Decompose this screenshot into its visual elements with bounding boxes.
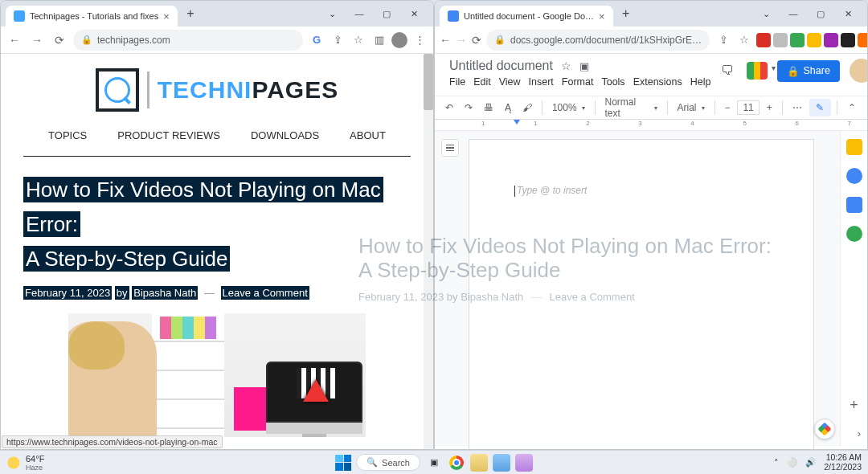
volume-icon[interactable]: 🔊 (805, 457, 816, 468)
maps-icon[interactable] (846, 226, 862, 242)
keep-icon[interactable] (846, 139, 862, 155)
menu-format[interactable]: Format (562, 76, 594, 88)
share-icon[interactable]: ⇪ (329, 31, 346, 49)
document-title[interactable]: Untitled document (449, 59, 553, 73)
nav-product-reviews[interactable]: PRODUCT REVIEWS (117, 129, 220, 141)
minimize-icon[interactable]: ― (785, 9, 801, 19)
clock[interactable]: 10:26 AM 2/12/2023 (824, 453, 862, 472)
share-url-icon[interactable]: ⇪ (714, 31, 732, 49)
site-logo[interactable]: TECHNIPAGES (96, 68, 338, 112)
menu-view[interactable]: View (499, 76, 521, 88)
nav-topics[interactable]: TOPICS (48, 129, 87, 141)
paragraph-style-select[interactable]: Normal text (601, 95, 661, 121)
back-icon[interactable]: ← (440, 31, 451, 49)
editing-mode-button[interactable]: ✎ (809, 99, 831, 116)
extension-icon[interactable] (790, 33, 805, 47)
system-tray[interactable]: ˄ ⚪ 🔊 10:26 AM 2/12/2023 (774, 453, 862, 472)
undo-icon[interactable]: ↶ (441, 100, 457, 115)
browser-tab[interactable]: Technipages - Tutorials and fixes × (6, 6, 178, 27)
forward-icon[interactable]: → (28, 31, 46, 49)
tab-close-icon[interactable]: × (599, 10, 605, 22)
url-input[interactable]: 🔒 docs.google.com/document/d/1kSHxipGrE… (486, 30, 710, 51)
close-icon[interactable]: ✕ (406, 9, 422, 19)
extension-icon[interactable] (807, 33, 821, 47)
pinned-app-icon[interactable] (470, 454, 488, 472)
extension-icon[interactable] (773, 33, 788, 47)
close-icon[interactable]: ✕ (840, 9, 856, 19)
wifi-icon[interactable]: ⚪ (787, 457, 797, 468)
profile-avatar[interactable] (391, 32, 407, 48)
kebab-icon[interactable]: ⋮ (411, 31, 428, 49)
paint-format-icon[interactable]: 🖌 (518, 100, 536, 115)
start-button[interactable] (335, 455, 351, 471)
pinned-app-icon[interactable] (493, 454, 510, 472)
zoom-select[interactable]: 100% (548, 100, 589, 115)
scrollbar[interactable] (424, 54, 433, 449)
extension-icon[interactable] (824, 33, 838, 47)
new-tab-button[interactable]: + (616, 4, 636, 23)
show-outline-button[interactable] (441, 139, 459, 157)
maximize-icon[interactable]: ▢ (379, 9, 395, 19)
star-icon[interactable]: ☆ (561, 59, 571, 72)
leave-comment-link[interactable]: Leave a Comment (221, 286, 309, 300)
url-input[interactable]: 🔒 technipages.com (73, 30, 303, 51)
nav-about[interactable]: ABOUT (350, 129, 386, 141)
tasks-icon[interactable] (846, 168, 862, 184)
reload-icon[interactable]: ⟳ (51, 31, 68, 49)
weather-widget[interactable]: 64°F Haze (6, 454, 44, 472)
menu-help[interactable]: Help (690, 76, 711, 88)
collapse-toolbar-icon[interactable]: ⌃ (843, 102, 861, 113)
chrome-taskbar-icon[interactable] (448, 454, 465, 472)
document-page[interactable]: Type @ to insert (469, 139, 814, 450)
move-icon[interactable]: ▣ (579, 60, 589, 72)
menu-edit[interactable]: Edit (473, 76, 491, 88)
hide-side-panel-icon[interactable]: › (858, 427, 861, 439)
font-size-increase[interactable]: + (763, 100, 776, 115)
insert-placeholder[interactable]: Type @ to insert (514, 185, 587, 197)
side-panel-icon[interactable]: ▥ (371, 31, 388, 49)
spellcheck-icon[interactable]: Ą (501, 100, 515, 115)
titlebar[interactable]: Technipages - Tutorials and fixes × + ⌄ … (1, 1, 433, 27)
horizontal-ruler[interactable]: 1 1 2 3 4 5 6 7 (435, 120, 867, 131)
titlebar[interactable]: Untitled document - Google Do… × + ⌄ ― ▢… (435, 1, 867, 27)
comment-history-icon[interactable]: 🗨 (718, 61, 737, 80)
dropdown-icon[interactable]: ⌄ (324, 9, 340, 19)
menu-tools[interactable]: Tools (601, 76, 624, 88)
indent-marker-icon[interactable] (514, 120, 520, 125)
task-view-icon[interactable]: ▣ (425, 454, 443, 472)
tab-close-icon[interactable]: × (163, 10, 170, 22)
pinned-app-icon[interactable] (515, 454, 533, 472)
extension-icon[interactable] (756, 33, 771, 47)
nav-downloads[interactable]: DOWNLOADS (251, 129, 319, 141)
more-tools-icon[interactable]: ⋯ (788, 100, 806, 115)
account-avatar[interactable] (850, 59, 868, 83)
taskbar-search[interactable]: 🔍 Search (356, 454, 420, 471)
redo-icon[interactable]: ↷ (461, 100, 477, 115)
maximize-icon[interactable]: ▢ (813, 9, 829, 19)
windows-taskbar[interactable]: 64°F Haze 🔍 Search ▣ ˄ ⚪ 🔊 10:26 AM 2/12… (0, 450, 868, 474)
author-link[interactable]: Bipasha Nath (132, 286, 198, 300)
meet-icon[interactable] (747, 62, 768, 80)
dropdown-icon[interactable]: ⌄ (758, 9, 774, 19)
font-size-decrease[interactable]: − (720, 100, 734, 115)
browser-tab[interactable]: Untitled document - Google Do… × (440, 6, 613, 27)
font-select[interactable]: Arial (674, 100, 709, 115)
minimize-icon[interactable]: ― (351, 9, 367, 19)
bookmark-icon[interactable]: ☆ (350, 31, 367, 49)
reload-icon[interactable]: ⟳ (472, 31, 481, 49)
scrollbar-thumb[interactable] (424, 54, 433, 110)
google-icon[interactable]: G (308, 31, 326, 49)
print-icon[interactable]: 🖶 (480, 100, 497, 115)
new-tab-button[interactable]: + (181, 4, 200, 23)
menu-insert[interactable]: Insert (529, 76, 554, 88)
share-button[interactable]: 🔒 Share (777, 60, 840, 82)
menu-extensions[interactable]: Extensions (633, 76, 682, 88)
extension-icon[interactable] (841, 33, 855, 47)
font-size-input[interactable]: 11 (737, 100, 759, 115)
explore-button[interactable] (814, 419, 835, 439)
extension-icon[interactable] (858, 33, 868, 47)
bookmark-icon[interactable]: ☆ (735, 31, 753, 49)
menu-file[interactable]: File (449, 76, 465, 88)
article-title[interactable]: How to Fix Videos Not Playing on Mac Err… (23, 171, 411, 276)
contacts-icon[interactable] (846, 197, 862, 213)
